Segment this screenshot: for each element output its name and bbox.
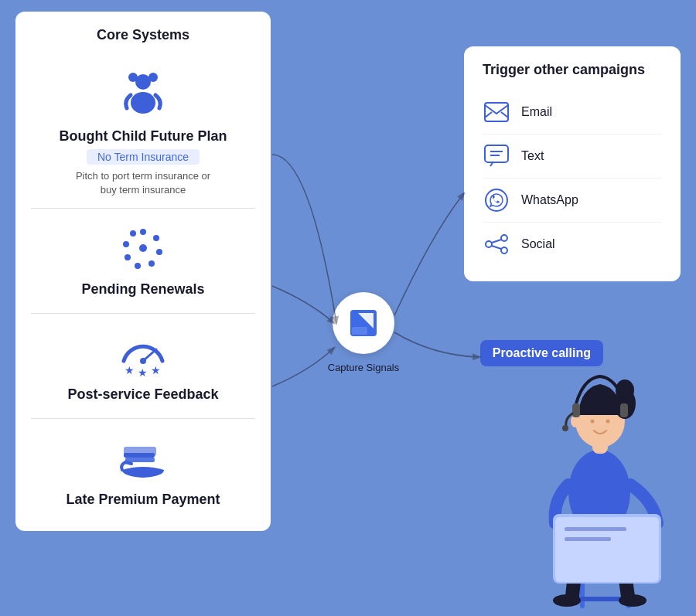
- child-plan-title: Bought Child Future Plan: [60, 128, 227, 145]
- svg-text:★: ★: [125, 364, 135, 376]
- svg-text:★: ★: [138, 366, 148, 379]
- svg-point-27: [486, 189, 507, 211]
- svg-point-2: [148, 73, 158, 82]
- svg-point-11: [130, 230, 136, 237]
- renewals-icon: [116, 221, 170, 275]
- renewals-title: Pending Renewals: [81, 281, 204, 298]
- svg-rect-54: [572, 403, 580, 417]
- svg-rect-55: [620, 403, 628, 417]
- svg-point-51: [591, 420, 595, 424]
- email-channel: Email: [483, 90, 662, 134]
- svg-point-9: [125, 254, 131, 260]
- text-label: Text: [521, 149, 544, 163]
- svg-line-32: [492, 246, 501, 249]
- svg-line-31: [492, 240, 501, 243]
- svg-line-23: [501, 112, 508, 117]
- section-feedback: ★ ★ ★ Post-service Feedback: [31, 314, 255, 419]
- section-late-payment: Late Premium Payment: [31, 419, 255, 516]
- payment-title: Late Premium Payment: [66, 492, 220, 508]
- whatsapp-icon: [483, 186, 510, 214]
- woman-illustration: [441, 322, 696, 616]
- svg-point-30: [501, 247, 507, 254]
- svg-rect-19: [125, 458, 155, 462]
- svg-point-57: [553, 594, 581, 607]
- svg-point-12: [139, 244, 147, 252]
- social-icon: [483, 230, 510, 258]
- svg-rect-20: [124, 447, 156, 456]
- payment-icon: [116, 431, 170, 485]
- core-systems-title: Core Systems: [31, 27, 255, 43]
- whatsapp-label: WhatsApp: [521, 193, 578, 207]
- svg-point-10: [123, 241, 129, 247]
- trigger-title: Trigger other campaigns: [483, 62, 662, 78]
- section-child-plan: Bought Child Future Plan No Term Insuran…: [31, 56, 255, 209]
- text-channel: Text: [483, 134, 662, 179]
- email-icon: [483, 98, 510, 126]
- svg-rect-24: [485, 145, 508, 162]
- child-plan-desc: Pitch to port term insurance orbuy term …: [76, 169, 210, 197]
- svg-point-56: [562, 425, 568, 431]
- svg-rect-46: [565, 537, 611, 541]
- section-pending-renewals: Pending Renewals: [31, 209, 255, 314]
- svg-point-29: [486, 241, 492, 247]
- svg-point-6: [156, 249, 162, 255]
- svg-point-4: [140, 229, 146, 235]
- social-label: Social: [521, 237, 555, 251]
- svg-point-0: [135, 74, 151, 90]
- capture-signals-label: Capture Signals: [321, 362, 406, 373]
- email-label: Email: [521, 105, 552, 119]
- svg-point-3: [131, 92, 155, 114]
- svg-rect-21: [485, 103, 508, 121]
- svg-line-22: [485, 112, 492, 117]
- svg-point-58: [619, 594, 647, 607]
- svg-point-5: [153, 235, 159, 241]
- svg-point-28: [501, 235, 507, 241]
- whatsapp-channel: WhatsApp: [483, 179, 662, 223]
- svg-point-14: [140, 358, 146, 364]
- svg-point-8: [135, 263, 141, 269]
- trigger-campaigns-card: Trigger other campaigns Email Text: [464, 46, 681, 281]
- svg-rect-35: [352, 327, 367, 335]
- svg-rect-45: [565, 527, 626, 531]
- svg-rect-44: [555, 517, 659, 582]
- no-term-badge: No Term Insurance: [87, 149, 200, 165]
- child-icon: [116, 68, 170, 122]
- svg-text:★: ★: [151, 364, 161, 376]
- feedback-title: Post-service Feedback: [67, 386, 218, 403]
- svg-point-52: [606, 420, 610, 424]
- core-systems-card: Core Systems Bought Child Future Plan No…: [15, 12, 271, 531]
- text-message-icon: [483, 142, 510, 170]
- social-channel: Social: [483, 223, 662, 266]
- svg-point-1: [128, 73, 138, 82]
- feedback-icon: ★ ★ ★: [116, 326, 170, 380]
- svg-point-7: [148, 260, 155, 267]
- capture-signals-hub: [333, 292, 394, 354]
